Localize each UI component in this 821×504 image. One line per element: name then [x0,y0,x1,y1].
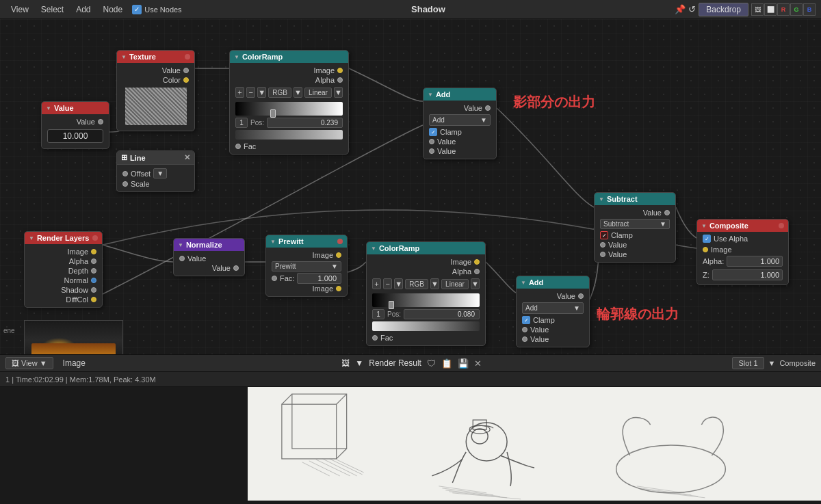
cr2-image-socket[interactable] [474,259,480,265]
collapse-arrow[interactable]: ▼ [234,54,239,60]
cr1-marker[interactable] [270,109,276,118]
add1-dropdown[interactable]: Add ▼ [429,114,491,126]
value-node-header[interactable]: ▼ Value [42,102,109,114]
shield-icon[interactable]: 🛡 [427,358,436,369]
texture-node-header[interactable]: ▼ Texture [117,51,194,63]
normalize-header[interactable]: ▼ Normalize [174,239,244,251]
add2-v1-socket[interactable] [522,327,527,332]
viewer-view-btn[interactable]: 🖼 View ▼ [5,357,53,369]
add2-v2-socket[interactable] [522,336,527,342]
collapse-arrow[interactable]: ▼ [121,54,127,60]
cr2-alpha-socket[interactable] [474,269,480,274]
colorramp2-header[interactable]: ▼ ColorRamp [367,242,485,254]
pin-icon[interactable]: 📌 [675,4,686,14]
slot-arrow[interactable]: ▼ [768,359,776,367]
line-node-header[interactable]: ⊞ Line ✕ [117,151,194,165]
cr1-linear-mode[interactable]: Linear [304,88,332,98]
texture-color-socket[interactable] [183,77,189,83]
backdrop-button[interactable]: Backdrop [699,3,748,16]
collapse-arrow[interactable]: ▼ [701,223,707,229]
menu-select[interactable]: Select [36,3,69,16]
collapse-arrow[interactable]: ▼ [270,239,276,245]
prewitt-image-out-socket[interactable] [336,286,341,291]
renderlayers-header[interactable]: ▼ Render Layers [25,232,102,244]
cr1-gradient[interactable] [235,102,343,116]
add2-clamp-checkbox[interactable]: ✓ [522,316,530,324]
prewitt-fac-value[interactable]: 1.000 [297,273,341,284]
cr2-rgb-mode[interactable]: RGB [405,279,428,289]
save-icon[interactable]: 💾 [458,358,469,369]
cr2-add-btn[interactable]: + [372,278,381,289]
collapse-arrow[interactable]: ▼ [599,196,604,202]
cr2-remove-btn[interactable]: − [383,278,392,289]
norm-in-socket[interactable] [179,256,185,261]
line-offset-dropdown[interactable]: ▼ [153,168,167,178]
cr1-image-socket[interactable] [337,68,343,73]
cr1-pos-value[interactable]: 0.239 [267,118,343,128]
value-output-socket[interactable] [98,119,103,124]
menu-view[interactable]: View [5,3,34,16]
use-nodes-checkbox[interactable]: ✓ [132,5,142,14]
cr1-mode-arrow[interactable]: ▼ [294,87,302,98]
cr2-mode-arrow[interactable]: ▼ [430,278,439,289]
sub-v2-socket[interactable] [600,252,605,257]
add1-header[interactable]: ▼ Add [423,88,496,101]
rl-image-socket[interactable] [91,249,96,254]
slot-button[interactable]: Slot 1 [732,357,764,369]
collapse-arrow[interactable]: ▼ [178,242,183,248]
add1-clamp-checkbox[interactable]: ✓ [429,128,437,136]
comp-z-value[interactable]: 1.000 [712,269,783,280]
cr2-gradient[interactable] [372,293,480,307]
prewitt-dropdown[interactable]: Prewitt ▼ [272,261,341,271]
menu-add[interactable]: Add [70,3,96,16]
collapse-arrow[interactable]: ▼ [371,246,376,252]
subtract-dropdown[interactable]: Subtract ▼ [600,219,670,229]
render-dropdown-arrow[interactable]: ▼ [355,358,363,368]
sub-v1-socket[interactable] [600,242,605,248]
rl-shadow-socket[interactable] [91,287,96,293]
use-alpha-checkbox[interactable]: ✓ [703,235,711,243]
line-scale-socket[interactable] [122,181,128,187]
rl-alpha-socket[interactable] [91,258,96,264]
cr1-alpha-socket[interactable] [337,77,343,83]
line-offset-socket[interactable] [122,171,128,176]
menu-node[interactable]: Node [98,3,129,16]
value-display-field[interactable]: 10.000 [47,129,103,143]
add2-dropdown[interactable]: Add ▼ [522,302,584,314]
rl-diffcol-socket[interactable] [91,297,96,302]
cr2-linear-mode[interactable]: Linear [441,279,469,289]
sub-clamp-checkbox[interactable]: ✓ [600,231,608,239]
add2-header[interactable]: ▼ Add [517,276,589,289]
r-channel[interactable]: R [777,3,790,16]
cr1-remove-btn[interactable]: − [246,87,255,98]
comp-image-socket[interactable] [703,247,708,252]
cr2-linear-arrow[interactable]: ▼ [471,278,480,289]
prewitt-fac-socket[interactable] [272,276,277,281]
add1-v1-socket[interactable] [429,139,434,144]
collapse-arrow[interactable]: ▼ [428,92,433,98]
norm-out-socket[interactable] [233,265,239,271]
palette-icon[interactable]: ⬜ [764,3,777,16]
cr1-arrow-btn[interactable]: ▼ [257,87,266,98]
subtract-header[interactable]: ▼ Subtract [595,193,675,205]
cr1-linear-arrow[interactable]: ▼ [334,87,343,98]
add1-value-socket[interactable] [485,105,491,111]
node-canvas[interactable]: ▼ Value Value 10.000 ▼ Texture Value Col… [0,19,821,354]
cr1-add-btn[interactable]: + [235,87,244,98]
collapse-arrow[interactable]: ▼ [521,280,526,286]
cr1-index[interactable]: 1 [235,118,248,128]
viewer-image-menu[interactable]: Image [57,357,91,369]
texture-value-socket[interactable] [183,68,189,73]
copy-icon[interactable]: 📋 [441,358,452,369]
composite-header[interactable]: ▼ Composite [697,220,788,232]
g-channel[interactable]: G [790,3,803,16]
prewitt-image-socket[interactable] [336,252,341,258]
collapse-arrow[interactable]: ▼ [46,105,51,111]
b-channel[interactable]: B [803,3,816,16]
comp-alpha-value[interactable]: 1.000 [727,256,783,267]
image-icon[interactable]: 🖼 [751,3,764,16]
cr2-marker[interactable] [389,301,394,309]
refresh-icon[interactable]: ↺ [688,4,696,14]
rl-depth-socket[interactable] [91,268,96,274]
prewitt-header[interactable]: ▼ Prewitt [266,235,347,248]
